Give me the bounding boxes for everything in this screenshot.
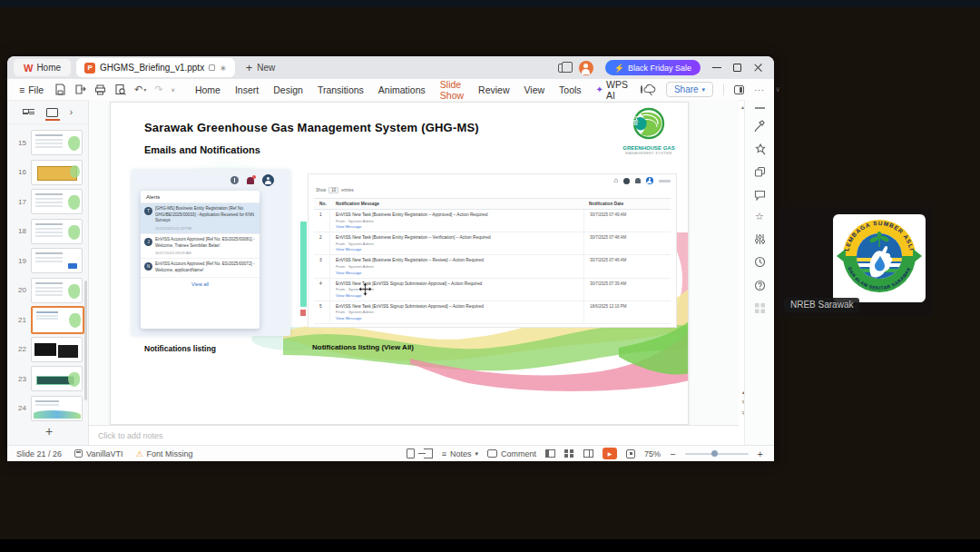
notes-toggle-button[interactable]: ≡ Notes ▾ xyxy=(442,449,478,458)
menu-item[interactable]: Review xyxy=(478,84,509,95)
slide-thumbnail-row[interactable]: 16 xyxy=(7,158,88,188)
close-button[interactable] xyxy=(753,63,763,73)
wps-ai-button[interactable]: ✦ WPS AI xyxy=(596,79,628,101)
menu-item[interactable]: Home xyxy=(195,84,220,95)
slide-21[interactable]: Sarawak Greenhouse Gas Management System… xyxy=(110,102,689,425)
slide-view-icon[interactable] xyxy=(46,108,58,117)
participant-video-tile[interactable]: LEMBAGA SUMBER ASLI DAN ALAM SEKITAR SAR… xyxy=(779,207,933,316)
slide-thumbnail-row[interactable]: 23 xyxy=(7,364,88,394)
tab-document[interactable]: P GHGMS_Briefing_v1.pptx ∗ xyxy=(76,58,235,77)
slide-thumbnail[interactable] xyxy=(31,219,83,244)
slide-thumbnail-row[interactable]: 20 xyxy=(7,276,88,306)
history-icon[interactable] xyxy=(754,256,766,268)
comment-pane-icon[interactable] xyxy=(754,190,766,201)
collapse-sidebar-icon[interactable] xyxy=(755,107,765,109)
slide-thumbnail[interactable] xyxy=(31,130,83,155)
share-button[interactable]: Share ▾ xyxy=(666,82,713,97)
slide-thumbnail[interactable] xyxy=(31,306,84,334)
normal-view-icon[interactable] xyxy=(545,449,555,458)
slide-canvas: Sarawak Greenhouse Gas Management System… xyxy=(89,100,739,425)
thumbnail-preview xyxy=(34,399,80,419)
account-avatar[interactable] xyxy=(579,61,593,75)
favorites-icon[interactable]: ☆ xyxy=(755,212,764,222)
notes-area[interactable]: Click to add notes xyxy=(89,425,739,445)
slide-thumbnail-row[interactable]: 15 xyxy=(7,128,88,158)
save-icon[interactable] xyxy=(54,84,66,95)
slide-thumbnail-row[interactable]: 19 xyxy=(7,246,88,276)
slide-thumbnail[interactable] xyxy=(31,278,83,303)
row-number: 4 xyxy=(314,279,330,301)
alerts-header: Alerts xyxy=(141,191,260,203)
menu-item[interactable]: View xyxy=(524,84,545,95)
slide-thumbnail-row[interactable]: 24 xyxy=(7,394,88,424)
slide-thumbnail[interactable] xyxy=(31,396,83,421)
row-number: 2 xyxy=(314,232,330,254)
slide-thumbnail-row[interactable]: 18 xyxy=(7,217,88,247)
export-icon[interactable] xyxy=(74,84,86,95)
redo-icon[interactable]: ↷ xyxy=(154,84,162,95)
fullscreen-icon[interactable] xyxy=(626,449,635,458)
wps-office-window: W Home P GHGMS_Briefing_v1.pptx ∗ + New … xyxy=(7,56,774,461)
thumbnail-preview xyxy=(34,369,80,389)
slide-thumbnail[interactable] xyxy=(31,160,83,185)
copy-panes-icon[interactable] xyxy=(754,166,766,178)
tab-home[interactable]: W Home xyxy=(14,59,71,76)
font-missing-warning[interactable]: ⚠ Font Missing xyxy=(135,449,192,458)
task-pane-icon[interactable] xyxy=(734,85,744,94)
handout-master-icon[interactable] xyxy=(424,448,433,458)
more-options-icon[interactable]: ··· xyxy=(754,85,765,94)
slideshow-play-button[interactable]: ▶ xyxy=(603,448,617,459)
slide-number: 24 xyxy=(7,404,31,412)
print-preview-icon[interactable] xyxy=(114,84,126,95)
comment-button[interactable]: Comment xyxy=(487,449,536,458)
theme-button[interactable]: VanillaVTI xyxy=(74,449,122,458)
slide-sorter-view-icon[interactable] xyxy=(564,449,574,458)
slide-thumbnail-row[interactable]: 17 xyxy=(7,187,88,217)
add-slide-button[interactable]: + xyxy=(40,424,58,439)
smart-edit-icon[interactable] xyxy=(754,143,766,155)
black-friday-sale-button[interactable]: ⚡ Black Friday Sale xyxy=(605,60,701,75)
tab-preview-icon[interactable] xyxy=(209,64,215,71)
new-tab-button[interactable]: + New xyxy=(246,61,276,74)
zoom-slider-knob[interactable] xyxy=(711,450,718,457)
file-menu-button[interactable]: ≡ File xyxy=(19,84,44,95)
slide-note-icon[interactable] xyxy=(407,448,415,458)
zoom-level[interactable]: 75% xyxy=(644,449,661,458)
thumbnail-scrollbar[interactable] xyxy=(84,281,87,400)
undo-button[interactable]: ↶ ▾ xyxy=(134,84,146,95)
menu-item[interactable]: Design xyxy=(273,84,303,95)
slide-thumbnail[interactable] xyxy=(31,248,83,273)
menu-item[interactable]: Transitions xyxy=(318,84,364,95)
collapse-panel-icon[interactable]: › xyxy=(70,107,73,117)
maximize-button[interactable] xyxy=(733,64,741,72)
menu-item[interactable]: Slide Show xyxy=(440,79,464,101)
zoom-in-button[interactable]: + xyxy=(758,448,763,459)
help-icon[interactable] xyxy=(754,280,766,291)
settings-sliders-icon[interactable] xyxy=(754,233,766,245)
slide-thumbnail[interactable] xyxy=(31,366,83,391)
notification-date: 30/7/2025 07:39 AM xyxy=(583,279,671,301)
slide-thumbnail-row[interactable]: 21 xyxy=(7,305,88,335)
collapse-ribbon-icon[interactable]: ∨ xyxy=(775,85,780,94)
zoom-out-button[interactable]: − xyxy=(670,448,675,459)
menu-item[interactable]: Tools xyxy=(559,84,582,95)
file-menu-label: File xyxy=(28,84,44,95)
menu-item[interactable]: Insert xyxy=(235,84,259,95)
print-icon[interactable] xyxy=(94,84,106,95)
minimize-button[interactable] xyxy=(712,67,721,69)
outline-view-icon[interactable] xyxy=(23,108,34,117)
workspace-switch-icon[interactable] xyxy=(558,64,567,73)
zoom-slider[interactable] xyxy=(685,453,749,455)
chevron-down-icon[interactable]: ∨ xyxy=(172,86,175,93)
notification-message: EnVISS New Task [EnVISS Signup Submissio… xyxy=(336,304,580,309)
slide-thumbnail[interactable] xyxy=(31,189,83,214)
slide-thumbnail[interactable] xyxy=(31,337,83,362)
menu-item[interactable]: Animations xyxy=(378,84,426,95)
theme-icon xyxy=(74,449,83,458)
search-icon[interactable] xyxy=(641,85,642,94)
notification-message: EnVISS New Task [Business Entity Registr… xyxy=(336,258,580,262)
tools-icon[interactable] xyxy=(754,120,766,132)
slide-thumbnail-row[interactable]: 22 xyxy=(7,335,88,365)
reading-view-icon[interactable] xyxy=(583,449,593,458)
apps-grid-icon[interactable] xyxy=(754,302,766,314)
